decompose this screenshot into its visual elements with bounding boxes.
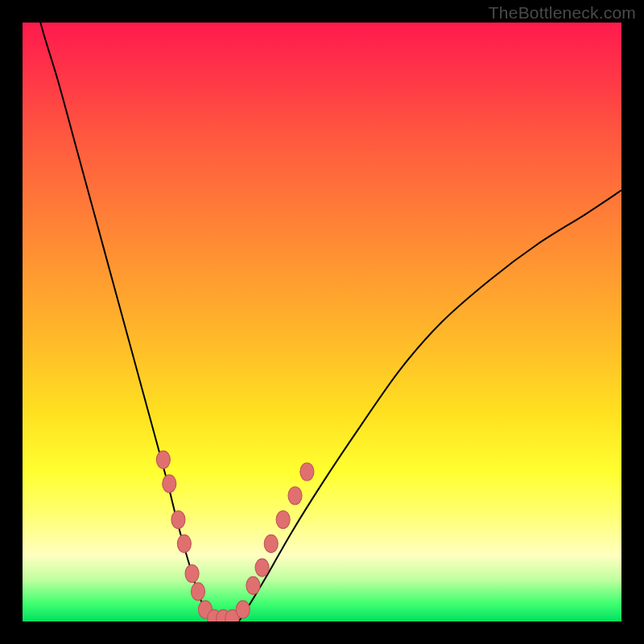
highlight-dot [300,463,314,481]
highlight-dot [163,475,176,493]
chart-frame: TheBottleneck.com [0,0,644,644]
highlight-dot [255,559,269,576]
highlight-dot [191,583,204,601]
highlight-dot [156,451,170,469]
highlight-dot [276,511,290,529]
highlight-dot [288,487,302,505]
watermark-text: TheBottleneck.com [489,3,636,23]
plot-area [23,23,621,621]
highlight-dot [177,535,191,552]
bottleneck-curve [35,23,621,621]
curve-svg [23,23,621,621]
highlight-dot [264,535,278,552]
highlight-dot [236,601,250,618]
highlight-dot [185,564,199,582]
highlight-dot [171,511,185,529]
highlight-dot [246,576,260,594]
